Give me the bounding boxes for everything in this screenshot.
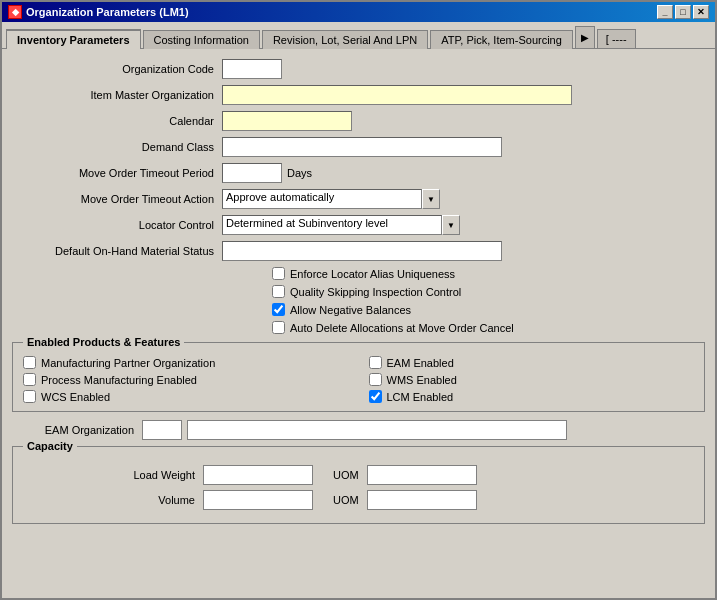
quality-skipping-checkbox[interactable] <box>272 285 285 298</box>
tab-scroll-arrow[interactable]: ▶ <box>575 26 595 48</box>
organization-code-label: Organization Code <box>12 63 222 75</box>
volume-input[interactable] <box>203 490 313 510</box>
window-icon: ◆ <box>8 5 22 19</box>
move-order-timeout-period-input[interactable] <box>222 163 282 183</box>
manufacturing-partner-item: Manufacturing Partner Organization <box>23 356 349 369</box>
load-weight-uom-input[interactable] <box>367 465 477 485</box>
item-master-org-input[interactable]: Vision Operations <box>222 85 572 105</box>
process-manufacturing-item: Process Manufacturing Enabled <box>23 373 349 386</box>
default-onhand-row: Default On-Hand Material Status <box>12 241 705 261</box>
default-onhand-input[interactable] <box>222 241 502 261</box>
calendar-label: Calendar <box>12 115 222 127</box>
allow-negative-label: Allow Negative Balances <box>290 304 411 316</box>
lcm-enabled-checkbox[interactable] <box>369 390 382 403</box>
item-master-org-row: Item Master Organization Vision Operatio… <box>12 85 705 105</box>
manufacturing-partner-label: Manufacturing Partner Organization <box>41 357 215 369</box>
move-order-timeout-action-select-container: Approve automatically ▼ <box>222 189 440 209</box>
tab-revision-lot[interactable]: Revision, Lot, Serial And LPN <box>262 30 428 49</box>
close-button[interactable]: ✕ <box>693 5 709 19</box>
wms-enabled-label: WMS Enabled <box>387 374 457 386</box>
tab-inventory-parameters[interactable]: Inventory Parameters <box>6 29 141 49</box>
move-order-timeout-period-label: Move Order Timeout Period <box>12 167 222 179</box>
enforce-locator-alias-checkbox[interactable] <box>272 267 285 280</box>
content-area: Organization Code LM1 Item Master Organi… <box>2 49 715 598</box>
volume-uom-label: UOM <box>333 494 359 506</box>
organization-code-input[interactable]: LM1 <box>222 59 282 79</box>
days-label: Days <box>287 167 312 179</box>
quality-skipping-label: Quality Skipping Inspection Control <box>290 286 461 298</box>
locator-control-select-container: Determined at Subinventory level ▼ <box>222 215 460 235</box>
minimize-button[interactable]: _ <box>657 5 673 19</box>
locator-control-dropdown-btn[interactable]: ▼ <box>442 215 460 235</box>
enabled-products-group: Enabled Products & Features Manufacturin… <box>12 342 705 412</box>
move-order-timeout-action-field[interactable]: Approve automatically <box>222 189 422 209</box>
eam-organization-row: EAM Organization <box>12 420 705 440</box>
tab-atp-pick[interactable]: ATP, Pick, Item-Sourcing <box>430 30 573 49</box>
title-controls: _ □ ✕ <box>657 5 709 19</box>
eam-organization-short-input[interactable] <box>142 420 182 440</box>
eam-organization-long-input[interactable] <box>187 420 567 440</box>
allow-negative-checkbox[interactable] <box>272 303 285 316</box>
wms-enabled-checkbox[interactable] <box>369 373 382 386</box>
move-order-timeout-action-row: Move Order Timeout Action Approve automa… <box>12 189 705 209</box>
allow-negative-row: Allow Negative Balances <box>12 303 705 316</box>
locator-control-row: Locator Control Determined at Subinvento… <box>12 215 705 235</box>
load-weight-row: Load Weight UOM <box>23 465 694 485</box>
volume-label: Volume <box>23 494 203 506</box>
wcs-enabled-item: WCS Enabled <box>23 390 349 403</box>
demand-class-row: Demand Class <box>12 137 705 157</box>
organization-code-row: Organization Code LM1 <box>12 59 705 79</box>
eam-enabled-label: EAM Enabled <box>387 357 454 369</box>
auto-delete-checkbox[interactable] <box>272 321 285 334</box>
features-grid: Manufacturing Partner Organization EAM E… <box>23 351 694 403</box>
enforce-locator-alias-label: Enforce Locator Alias Uniqueness <box>290 268 455 280</box>
locator-control-field[interactable]: Determined at Subinventory level <box>222 215 442 235</box>
capacity-group: Capacity Load Weight UOM Volume UOM <box>12 446 705 524</box>
maximize-button[interactable]: □ <box>675 5 691 19</box>
auto-delete-label: Auto Delete Allocations at Move Order Ca… <box>290 322 514 334</box>
tab-dashes: [ ---- <box>597 29 636 48</box>
process-manufacturing-label: Process Manufacturing Enabled <box>41 374 197 386</box>
load-weight-label: Load Weight <box>23 469 203 481</box>
enabled-products-title: Enabled Products & Features <box>23 336 184 348</box>
title-bar: ◆ Organization Parameters (LM1) _ □ ✕ <box>2 2 715 22</box>
calendar-row: Calendar Vision01 <box>12 111 705 131</box>
wcs-enabled-label: WCS Enabled <box>41 391 110 403</box>
capacity-title: Capacity <box>23 440 77 452</box>
wcs-enabled-checkbox[interactable] <box>23 390 36 403</box>
demand-class-label: Demand Class <box>12 141 222 153</box>
lcm-enabled-label: LCM Enabled <box>387 391 454 403</box>
load-weight-uom-label: UOM <box>333 469 359 481</box>
volume-uom-input[interactable] <box>367 490 477 510</box>
lcm-enabled-item: LCM Enabled <box>369 390 695 403</box>
default-onhand-label: Default On-Hand Material Status <box>12 245 222 257</box>
volume-row: Volume UOM <box>23 490 694 510</box>
move-order-timeout-action-dropdown-btn[interactable]: ▼ <box>422 189 440 209</box>
item-master-org-label: Item Master Organization <box>12 89 222 101</box>
eam-enabled-item: EAM Enabled <box>369 356 695 369</box>
move-order-timeout-period-row: Move Order Timeout Period Days <box>12 163 705 183</box>
enforce-locator-alias-row: Enforce Locator Alias Uniqueness <box>12 267 705 280</box>
wms-enabled-item: WMS Enabled <box>369 373 695 386</box>
calendar-input[interactable]: Vision01 <box>222 111 352 131</box>
load-weight-input[interactable] <box>203 465 313 485</box>
process-manufacturing-checkbox[interactable] <box>23 373 36 386</box>
window-title: Organization Parameters (LM1) <box>26 6 189 18</box>
tab-bar: Inventory Parameters Costing Information… <box>2 22 715 49</box>
move-order-timeout-action-label: Move Order Timeout Action <box>12 193 222 205</box>
auto-delete-row: Auto Delete Allocations at Move Order Ca… <box>12 321 705 334</box>
quality-skipping-row: Quality Skipping Inspection Control <box>12 285 705 298</box>
title-bar-left: ◆ Organization Parameters (LM1) <box>8 5 189 19</box>
manufacturing-partner-checkbox[interactable] <box>23 356 36 369</box>
locator-control-label: Locator Control <box>12 219 222 231</box>
main-window: ◆ Organization Parameters (LM1) _ □ ✕ In… <box>0 0 717 600</box>
tab-costing-information[interactable]: Costing Information <box>143 30 260 49</box>
eam-organization-label: EAM Organization <box>12 424 142 436</box>
eam-enabled-checkbox[interactable] <box>369 356 382 369</box>
demand-class-input[interactable] <box>222 137 502 157</box>
